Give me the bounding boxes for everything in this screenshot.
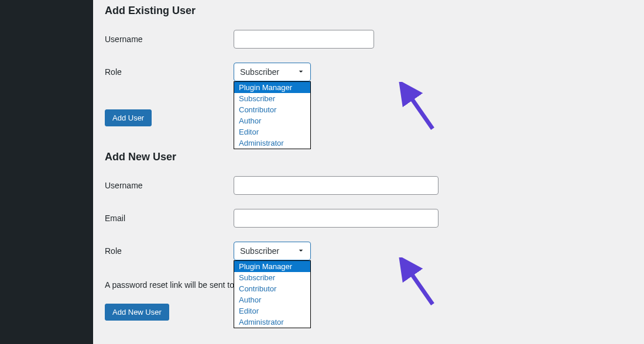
chevron-down-icon xyxy=(296,67,306,78)
role-option-author[interactable]: Author xyxy=(234,294,310,305)
add-user-button[interactable]: Add User xyxy=(105,109,152,126)
existing-role-label: Role xyxy=(105,67,234,77)
svg-line-0 xyxy=(406,90,433,129)
new-email-row: Email xyxy=(105,209,632,228)
role-option-subscriber[interactable]: Subscriber xyxy=(234,93,310,104)
new-role-select[interactable]: Subscriber xyxy=(234,242,311,260)
chevron-down-icon xyxy=(296,246,306,257)
role-option-subscriber[interactable]: Subscriber xyxy=(234,272,310,283)
existing-role-value: Subscriber xyxy=(240,67,279,77)
role-option-contributor[interactable]: Contributor xyxy=(234,104,310,115)
new-email-input[interactable] xyxy=(234,209,439,228)
role-option-editor[interactable]: Editor xyxy=(234,126,310,137)
new-role-row: Role Subscriber Plugin ManagerSubscriber… xyxy=(105,242,632,260)
role-option-plugin-manager[interactable]: Plugin Manager xyxy=(234,82,310,93)
new-role-dropdown: Plugin ManagerSubscriberContributorAutho… xyxy=(234,260,311,328)
main-content: Add Existing User Username Role Subscrib… xyxy=(93,0,644,344)
new-username-label: Username xyxy=(105,181,234,190)
existing-role-dropdown: Plugin ManagerSubscriberContributorAutho… xyxy=(234,81,311,149)
password-reset-hint: A password reset link will be sent to xyxy=(105,280,632,290)
add-new-user-button[interactable]: Add New User xyxy=(105,304,169,321)
role-option-plugin-manager[interactable]: Plugin Manager xyxy=(234,261,310,272)
new-username-row: Username xyxy=(105,176,632,195)
add-new-section: Add New User Username Email Role Subscri… xyxy=(105,151,632,321)
role-option-contributor[interactable]: Contributor xyxy=(234,283,310,294)
existing-username-input[interactable] xyxy=(234,30,374,49)
role-option-administrator[interactable]: Administrator xyxy=(234,317,310,328)
existing-role-select[interactable]: Subscriber xyxy=(234,63,311,81)
role-option-administrator[interactable]: Administrator xyxy=(234,137,310,149)
new-role-value: Subscriber xyxy=(240,246,279,256)
add-existing-heading: Add Existing User xyxy=(105,5,632,17)
existing-username-row: Username xyxy=(105,30,632,49)
new-username-input[interactable] xyxy=(234,176,439,195)
role-option-editor[interactable]: Editor xyxy=(234,305,310,317)
existing-username-label: Username xyxy=(105,35,234,44)
add-new-heading: Add New User xyxy=(105,151,632,163)
new-email-label: Email xyxy=(105,214,234,223)
annotation-arrow-1 xyxy=(398,82,439,135)
role-option-author[interactable]: Author xyxy=(234,115,310,126)
new-role-label: Role xyxy=(105,246,234,256)
admin-sidebar xyxy=(0,0,93,344)
existing-role-row: Role Subscriber Plugin ManagerSubscriber… xyxy=(105,63,632,81)
